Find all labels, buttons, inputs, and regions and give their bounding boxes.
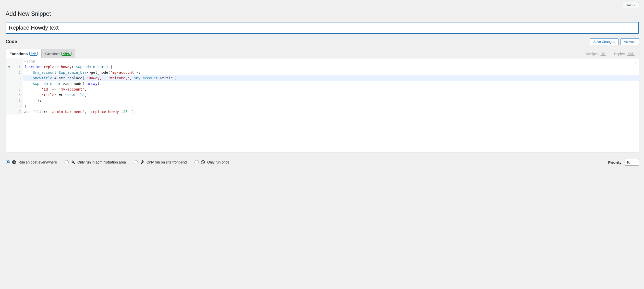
- code-content[interactable]: 'id' => 'my-account',: [23, 86, 639, 92]
- activate-button[interactable]: Activate: [621, 38, 639, 45]
- line-number: 1: [13, 64, 23, 70]
- php-badge: PHP: [29, 52, 38, 56]
- radio-input[interactable]: [134, 160, 138, 164]
- code-editor[interactable]: ? <?php ▼1function replace_howdy( $wp_ad…: [6, 58, 639, 153]
- scope-option-once[interactable]: Only run once: [195, 160, 229, 165]
- code-line[interactable]: 3 $newtitle = str_replace( 'Howdy,', 'We…: [6, 75, 639, 81]
- line-number: 4: [13, 81, 23, 86]
- code-line[interactable]: 5 'id' => 'my-account',: [6, 86, 639, 92]
- php-open-tag: <?php: [24, 59, 35, 63]
- save-button[interactable]: Save Changes: [590, 38, 618, 45]
- help-button[interactable]: Help ▼: [623, 2, 639, 8]
- code-content[interactable]: function replace_howdy( $wp_admin_bar ) …: [23, 64, 639, 70]
- tab-label: Scripts: [586, 52, 599, 56]
- code-content[interactable]: }: [23, 103, 639, 109]
- line-number: 8: [13, 103, 23, 109]
- priority-label: Priority: [608, 160, 622, 165]
- fold-gutter: [6, 75, 13, 81]
- radio-input[interactable]: [65, 160, 69, 164]
- code-content[interactable]: $newtitle = str_replace( 'Howdy,', 'Welc…: [23, 75, 639, 81]
- scope-option-everywhere[interactable]: Run snippet everywhere: [6, 160, 57, 165]
- fold-gutter: [6, 109, 13, 115]
- fold-gutter: [6, 70, 13, 75]
- tab-scripts: Scripts JS: [582, 49, 610, 58]
- fold-gutter: [6, 86, 13, 92]
- tab-label: Content: [45, 52, 60, 56]
- line-number: 3: [13, 75, 23, 81]
- scope-option-frontend[interactable]: Only run on site front-end: [134, 160, 187, 165]
- html-badge: HTML: [61, 52, 71, 56]
- tab-label: Functions: [9, 52, 28, 56]
- scope-option-admin[interactable]: Only run in administration area: [65, 160, 126, 165]
- code-line[interactable]: ▼1function replace_howdy( $wp_admin_bar …: [6, 64, 639, 70]
- code-heading: Code: [6, 39, 17, 44]
- page-title: Add New Snippet: [6, 8, 639, 18]
- tab-content[interactable]: Content HTML: [41, 49, 75, 58]
- radio-input[interactable]: [195, 160, 199, 164]
- js-badge: JS: [600, 52, 606, 56]
- code-content[interactable]: add_filter( 'admin_bar_menu', 'replace_h…: [23, 109, 639, 115]
- code-content[interactable]: ) );: [23, 98, 639, 103]
- tab-styles: Styles CSS: [610, 49, 639, 58]
- radio-input[interactable]: [6, 160, 10, 164]
- fold-gutter: [6, 81, 13, 86]
- code-line[interactable]: 4 $wp_admin_bar->add_node( array(: [6, 81, 639, 86]
- help-label: Help: [626, 3, 633, 7]
- scope-label: Only run on site front-end: [147, 160, 187, 164]
- code-line[interactable]: 2 $my_account=$wp_admin_bar->get_node('m…: [6, 70, 639, 75]
- tab-label: Styles: [614, 52, 625, 56]
- help-icon[interactable]: ?: [635, 60, 637, 64]
- css-badge: CSS: [627, 52, 635, 56]
- line-number: 5: [13, 86, 23, 92]
- line-number: 7: [13, 98, 23, 103]
- snippet-title-input[interactable]: [6, 22, 639, 34]
- scope-label: Only run in administration area: [77, 160, 126, 164]
- code-line[interactable]: 6 'title' => $newtitle,: [6, 92, 639, 98]
- clock-icon: [201, 160, 205, 165]
- code-line[interactable]: 9add_filter( 'admin_bar_menu', 'replace_…: [6, 109, 639, 115]
- fold-gutter: [6, 92, 13, 98]
- wrench-icon: [71, 160, 75, 165]
- code-content[interactable]: $my_account=$wp_admin_bar->get_node('my-…: [23, 70, 639, 75]
- line-number: 2: [13, 70, 23, 75]
- line-number: 6: [13, 92, 23, 98]
- code-line[interactable]: 8}: [6, 103, 639, 109]
- priority-input[interactable]: [625, 159, 639, 166]
- fold-gutter: [6, 103, 13, 109]
- line-number: 9: [13, 109, 23, 115]
- chevron-down-icon: ▼: [634, 4, 636, 7]
- code-content[interactable]: 'title' => $newtitle,: [23, 92, 639, 98]
- fold-gutter[interactable]: ▼: [6, 64, 13, 70]
- scope-label: Run snippet everywhere: [18, 160, 57, 164]
- code-line[interactable]: 7 ) );: [6, 98, 639, 103]
- code-content[interactable]: $wp_admin_bar->add_node( array(: [23, 81, 639, 86]
- tab-functions[interactable]: Functions PHP: [6, 49, 41, 58]
- scope-label: Only run once: [207, 160, 229, 164]
- hammer-icon: [140, 160, 144, 165]
- globe-icon: [12, 160, 16, 165]
- fold-gutter: [6, 98, 13, 103]
